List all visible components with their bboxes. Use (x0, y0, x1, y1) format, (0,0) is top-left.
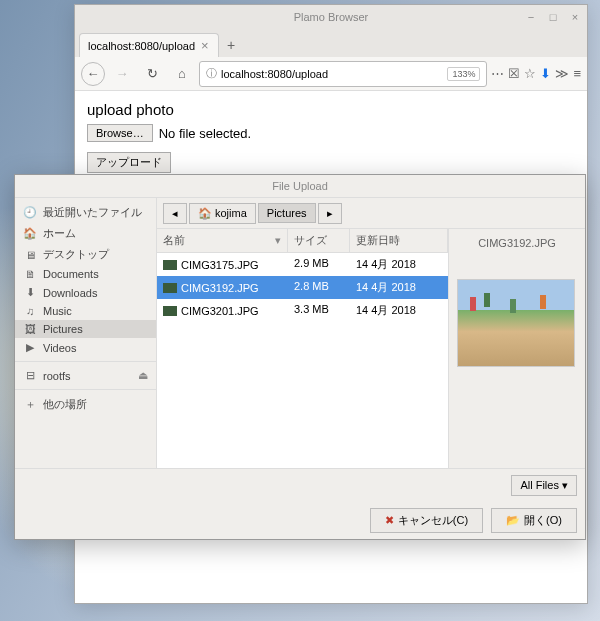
sidebar-label: ホーム (43, 226, 76, 241)
path-back-button[interactable]: ◂ (163, 203, 187, 224)
path-segment-home[interactable]: 🏠kojima (189, 203, 256, 224)
column-date[interactable]: 更新日時 (350, 229, 448, 252)
cancel-icon: ✖ (385, 514, 394, 527)
preview-pane: CIMG3192.JPG (449, 229, 585, 468)
sort-indicator-icon: ▾ (275, 234, 281, 247)
tab-label: localhost:8080/upload (88, 40, 195, 52)
menu-icon[interactable]: ≡ (573, 66, 581, 81)
sidebar-label: Music (43, 305, 72, 317)
sidebar-item-downloads[interactable]: ⬇Downloads (15, 283, 156, 302)
browser-titlebar: Plamo Browser − □ × (75, 5, 587, 29)
videos-icon: ▶ (23, 341, 37, 354)
sidebar-item-desktop[interactable]: 🖥デスクトップ (15, 244, 156, 265)
desktop-icon: 🖥 (23, 249, 37, 261)
sidebar-label: デスクトップ (43, 247, 109, 262)
tab-active[interactable]: localhost:8080/upload × (79, 33, 219, 57)
image-thumb-icon (163, 306, 177, 316)
file-list-header: 名前 ▾ サイズ 更新日時 (157, 229, 448, 253)
nav-toolbar: ← → ↻ ⌂ ⓘ localhost:8080/upload 133% ⋯ ☒… (75, 57, 587, 91)
sidebar-item-recent[interactable]: 🕘最近開いたファイル (15, 202, 156, 223)
file-row[interactable]: CIMG3175.JPG 2.9 MB 14 4月 2018 (157, 253, 448, 276)
url-bar[interactable]: ⓘ localhost:8080/upload 133% (199, 61, 487, 87)
bookmark-icon[interactable]: ☆ (524, 66, 536, 81)
maximize-icon[interactable]: □ (545, 11, 561, 23)
sidebar-item-pictures[interactable]: 🖼Pictures (15, 320, 156, 338)
sidebar-item-home[interactable]: 🏠ホーム (15, 223, 156, 244)
file-status-text: No file selected. (159, 126, 252, 141)
open-button[interactable]: 📂開く(O) (491, 508, 577, 533)
music-icon: ♫ (23, 305, 37, 317)
minimize-icon[interactable]: − (523, 11, 539, 23)
file-filter-dropdown[interactable]: All Files ▾ (511, 475, 577, 496)
sidebar-label: rootfs (43, 370, 71, 382)
places-sidebar: 🕘最近開いたファイル 🏠ホーム 🖥デスクトップ 🗎Documents ⬇Down… (15, 198, 157, 468)
sidebar-separator (15, 361, 156, 362)
dialog-title: File Upload (15, 175, 585, 197)
image-thumb-icon (163, 283, 177, 293)
sidebar-item-other[interactable]: ＋他の場所 (15, 394, 156, 415)
document-icon: 🗎 (23, 268, 37, 280)
zoom-badge[interactable]: 133% (447, 67, 480, 81)
back-button[interactable]: ← (81, 62, 105, 86)
path-bar: ◂ 🏠kojima Pictures ▸ (157, 198, 585, 228)
sidebar-label: 最近開いたファイル (43, 205, 142, 220)
close-icon[interactable]: × (567, 11, 583, 23)
column-size[interactable]: サイズ (288, 229, 350, 252)
pictures-icon: 🖼 (23, 323, 37, 335)
sidebar-item-documents[interactable]: 🗎Documents (15, 265, 156, 283)
download-icon: ⬇ (23, 286, 37, 299)
column-name[interactable]: 名前 ▾ (157, 229, 288, 252)
sidebar-item-rootfs[interactable]: ⊟rootfs⏏ (15, 366, 156, 385)
file-row[interactable]: CIMG3201.JPG 3.3 MB 14 4月 2018 (157, 299, 448, 322)
eject-icon[interactable]: ⏏ (138, 369, 148, 382)
upload-button[interactable]: アップロード (87, 152, 171, 173)
plus-icon: ＋ (23, 397, 37, 412)
file-upload-dialog: File Upload 🕘最近開いたファイル 🏠ホーム 🖥デスクトップ 🗎Doc… (14, 174, 586, 540)
cancel-button[interactable]: ✖キャンセル(C) (370, 508, 483, 533)
browse-button[interactable]: Browse… (87, 124, 153, 142)
clock-icon: 🕘 (23, 206, 37, 219)
sidebar-label: 他の場所 (43, 397, 87, 412)
dialog-footer: All Files ▾ ✖キャンセル(C) 📂開く(O) (15, 468, 585, 539)
folder-open-icon: 📂 (506, 514, 520, 527)
info-icon[interactable]: ⓘ (206, 66, 217, 81)
sidebar-label: Pictures (43, 323, 83, 335)
sidebar-item-videos[interactable]: ▶Videos (15, 338, 156, 357)
path-forward-button[interactable]: ▸ (318, 203, 342, 224)
forward-button[interactable]: → (109, 61, 135, 87)
sidebar-separator (15, 389, 156, 390)
sidebar-label: Documents (43, 268, 99, 280)
drive-icon: ⊟ (23, 369, 37, 382)
window-title: Plamo Browser (294, 11, 369, 23)
preview-filename: CIMG3192.JPG (457, 237, 577, 249)
file-row-selected[interactable]: CIMG3192.JPG 2.8 MB 14 4月 2018 (157, 276, 448, 299)
downloads-icon[interactable]: ⬇ (540, 66, 551, 81)
url-text: localhost:8080/upload (221, 68, 443, 80)
preview-image (457, 279, 575, 367)
more-icon[interactable]: ⋯ (491, 66, 504, 81)
sidebar-item-music[interactable]: ♫Music (15, 302, 156, 320)
home-icon: 🏠 (23, 227, 37, 240)
new-tab-button[interactable]: + (219, 33, 243, 57)
image-thumb-icon (163, 260, 177, 270)
sidebar-label: Downloads (43, 287, 97, 299)
sidebar-label: Videos (43, 342, 76, 354)
tab-close-icon[interactable]: × (201, 38, 209, 53)
overflow-icon[interactable]: ≫ (555, 66, 569, 81)
tab-bar: localhost:8080/upload × + (75, 29, 587, 57)
page-heading: upload photo (87, 101, 575, 118)
path-segment-pictures[interactable]: Pictures (258, 203, 316, 223)
home-button[interactable]: ⌂ (169, 61, 195, 87)
file-list: 名前 ▾ サイズ 更新日時 CIMG3175.JPG 2.9 MB 14 4月 … (157, 229, 449, 468)
reload-button[interactable]: ↻ (139, 61, 165, 87)
reader-icon[interactable]: ☒ (508, 66, 520, 81)
home-icon: 🏠 (198, 207, 212, 220)
